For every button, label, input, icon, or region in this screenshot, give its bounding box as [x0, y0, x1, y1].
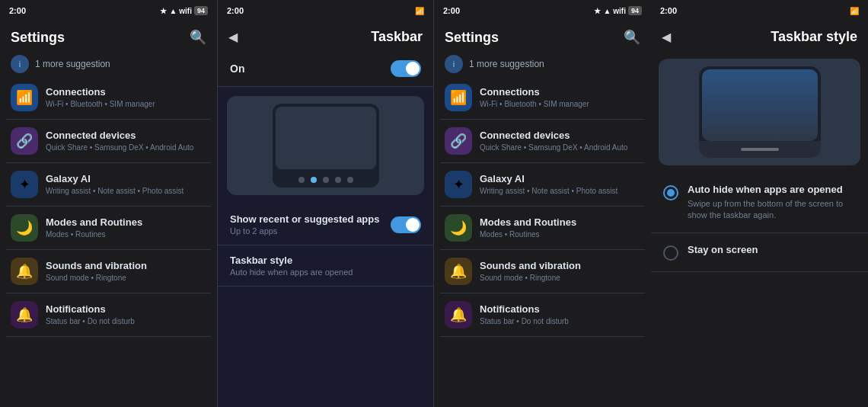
right-suggestion-icon: i [445, 55, 463, 73]
recent-apps-row[interactable]: Show recent or suggested apps Up to 2 ap… [218, 204, 433, 245]
preview-dot-3 [323, 177, 329, 183]
s-signal-icon: 📶 [850, 7, 859, 15]
galaxy-ai-title: Galaxy AI [46, 173, 206, 184]
settings-item-connections[interactable]: 📶ConnectionsWi-Fi • Bluetooth • SIM mana… [440, 76, 645, 120]
taskbar-main-toggle[interactable] [391, 60, 421, 77]
settings-item-connected-devices[interactable]: 🔗Connected devicesQuick Share • Samsung … [6, 120, 211, 163]
style-option-auto-hide[interactable]: Auto hide when apps are openedSwipe up f… [651, 173, 868, 233]
notifications-title: Notifications [46, 303, 206, 315]
style-back-button[interactable]: ◀ [662, 30, 671, 44]
right-phone-panel: 2:00 ★ ▲ wifi 94 Settings 🔍 i 1 more sug… [434, 0, 651, 407]
left-search-button[interactable]: 🔍 [190, 29, 206, 46]
notifications-subtitle: Status bar • Do not disturb [480, 316, 640, 326]
connected-devices-subtitle: Quick Share • Samsung DeX • Android Auto [46, 143, 206, 152]
taskbar-style-title: Taskbar style [230, 255, 421, 266]
right-page-title: Settings [445, 30, 499, 46]
settings-item-modes-routines[interactable]: 🌙Modes and RoutinesModes • Routines [6, 207, 211, 250]
taskbar-header: ◀ Taskbar [218, 21, 433, 51]
settings-item-notifications[interactable]: 🔔NotificationsStatus bar • Do not distur… [440, 293, 645, 337]
left-suggestion-text: 1 more suggestion [35, 59, 110, 69]
sounds-vibration-subtitle: Sound mode • Ringtone [480, 273, 640, 283]
style-preview-phone [699, 66, 821, 158]
style-status-icons: 📶 [850, 7, 859, 15]
taskbar-body: On Show recent or suggested apps Up to 2… [218, 51, 433, 407]
style-options-container: Auto hide when apps are openedSwipe up f… [651, 173, 868, 272]
taskbar-time: 2:00 [227, 6, 244, 15]
right-status-bar: 2:00 ★ ▲ wifi 94 [434, 0, 651, 21]
settings-item-sounds-vibration[interactable]: 🔔Sounds and vibrationSound mode • Ringto… [6, 250, 211, 293]
connections-icon: 📶 [445, 84, 472, 111]
style-title: Taskbar style [771, 29, 857, 45]
recent-apps-title: Show recent or suggested apps [230, 213, 391, 225]
connected-devices-subtitle: Quick Share • Samsung DeX • Android Auto [480, 143, 640, 152]
taskbar-toggle-label: On [230, 62, 244, 75]
auto-hide-option-title: Auto hide when apps are opened [688, 184, 856, 195]
right-status-icons: ★ ▲ wifi 94 [594, 6, 642, 15]
radio-auto-hide[interactable] [663, 185, 678, 200]
modes-routines-title: Modes and Routines [46, 216, 206, 228]
taskbar-style-row[interactable]: Taskbar style Auto hide when apps are op… [218, 245, 433, 287]
notifications-subtitle: Status bar • Do not disturb [46, 316, 206, 326]
settings-item-connected-devices[interactable]: 🔗Connected devicesQuick Share • Samsung … [440, 120, 645, 163]
style-header: ◀ Taskbar style [651, 21, 868, 51]
sounds-vibration-icon: 🔔 [445, 258, 472, 285]
settings-item-galaxy-ai[interactable]: ✦Galaxy AIWriting assist • Note assist •… [440, 163, 645, 207]
connected-devices-icon: 🔗 [445, 127, 472, 155]
style-preview-bar [699, 141, 821, 158]
right-settings-list: 📶ConnectionsWi-Fi • Bluetooth • SIM mana… [434, 76, 651, 407]
settings-item-sounds-vibration[interactable]: 🔔Sounds and vibrationSound mode • Ringto… [440, 250, 645, 293]
settings-item-modes-routines[interactable]: 🌙Modes and RoutinesModes • Routines [440, 207, 645, 250]
r-star-icon: ★ [594, 7, 601, 15]
connected-devices-title: Connected devices [46, 130, 206, 141]
modes-routines-title: Modes and Routines [480, 216, 640, 228]
t-signal-icon: 📶 [415, 7, 424, 15]
connected-devices-icon: 🔗 [11, 127, 38, 155]
wifi-icon: wifi [179, 7, 192, 15]
taskbar-main-toggle-row[interactable]: On [218, 51, 433, 87]
right-suggestion-bar: i 1 more suggestion [434, 52, 651, 76]
preview-taskbar-bar [273, 172, 379, 187]
signal-icon: ▲ [169, 7, 177, 15]
modes-routines-icon: 🌙 [11, 214, 38, 242]
settings-item-connections[interactable]: 📶ConnectionsWi-Fi • Bluetooth • SIM mana… [6, 76, 211, 120]
modes-routines-subtitle: Modes • Routines [46, 229, 206, 239]
left-page-title: Settings [11, 30, 65, 46]
left-page-header: Settings 🔍 [0, 21, 217, 52]
taskbar-panel: 2:00 📶 ◀ Taskbar On [217, 0, 434, 407]
preview-dot-5 [347, 177, 353, 183]
preview-phone [273, 104, 379, 187]
sounds-vibration-title: Sounds and vibration [480, 260, 640, 271]
settings-item-notifications[interactable]: 🔔NotificationsStatus bar • Do not distur… [6, 293, 211, 337]
settings-item-galaxy-ai[interactable]: ✦Galaxy AIWriting assist • Note assist •… [6, 163, 211, 207]
left-suggestion-icon: i [11, 55, 29, 73]
preview-dot-1 [298, 177, 305, 183]
recent-apps-desc: Up to 2 apps [230, 226, 391, 236]
style-time: 2:00 [660, 6, 677, 15]
style-preview-area [659, 59, 860, 165]
style-option-stay-on-screen[interactable]: Stay on screen [651, 233, 868, 272]
preview-dot-2 [311, 177, 317, 183]
style-preview-pill [741, 148, 779, 151]
style-preview-screen [702, 69, 818, 141]
left-status-bar: 2:00 ★ ▲ wifi 94 [0, 0, 217, 21]
galaxy-ai-title: Galaxy AI [480, 173, 640, 184]
modes-routines-subtitle: Modes • Routines [480, 229, 640, 239]
left-suggestion-bar: i 1 more suggestion [0, 52, 217, 76]
right-page-header: Settings 🔍 [434, 21, 651, 52]
taskbar-status-bar: 2:00 📶 [218, 0, 433, 21]
left-phone-panel: 2:00 ★ ▲ wifi 94 Settings 🔍 i 1 more sug… [0, 0, 217, 407]
recent-apps-toggle[interactable] [391, 216, 421, 233]
right-search-button[interactable]: 🔍 [624, 29, 640, 46]
right-time: 2:00 [443, 6, 460, 15]
taskbar-style-panel: 2:00 📶 ◀ Taskbar style Auto hide when ap… [651, 0, 868, 407]
taskbar-back-button[interactable]: ◀ [228, 30, 238, 44]
sounds-vibration-icon: 🔔 [11, 258, 38, 285]
taskbar-status-icons: 📶 [415, 7, 424, 15]
auto-hide-option-desc: Swipe up from the bottom of the screen t… [688, 198, 856, 222]
radio-stay-on-screen[interactable] [663, 245, 678, 261]
connections-title: Connections [480, 86, 640, 98]
style-status-bar: 2:00 📶 [651, 0, 868, 21]
right-suggestion-text: 1 more suggestion [469, 59, 544, 69]
taskbar-preview [227, 96, 424, 195]
left-battery: 94 [194, 6, 208, 15]
